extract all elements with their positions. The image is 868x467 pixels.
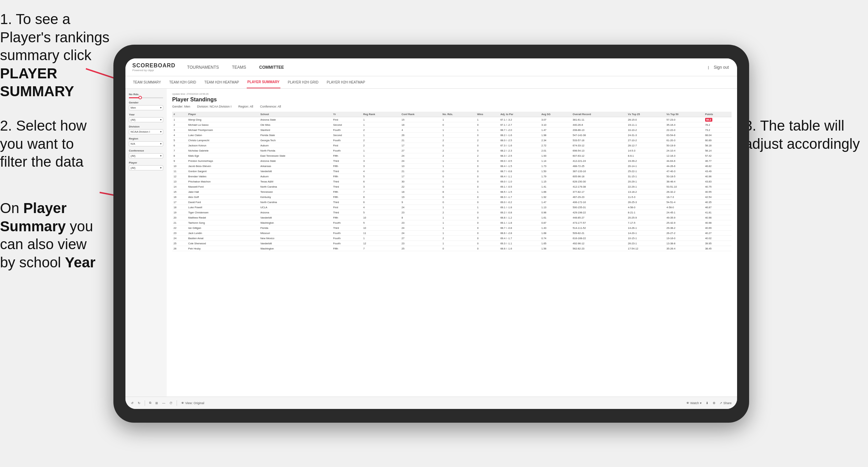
cell-player: Phichaksn Maichon	[187, 179, 259, 184]
cell-wins: 1	[476, 127, 499, 133]
cell-rank: 8	[172, 153, 187, 158]
cell-school: Vanderbilt	[259, 241, 332, 246]
division-select[interactable]: NCAA Division I ▾	[129, 129, 163, 134]
grid-button[interactable]: ⊞	[155, 401, 158, 405]
year-select[interactable]: (All) ▾	[129, 117, 163, 122]
nav-item-committee[interactable]: COMMITTEE	[258, 65, 285, 70]
cell-points: 40.75	[704, 184, 732, 189]
app-logo-sub: Powered by clippi	[132, 69, 176, 72]
cell-record: 492-96-12	[571, 241, 627, 246]
view-original-button[interactable]: 👁 View: Original	[181, 401, 204, 405]
dash-button[interactable]: —	[162, 401, 165, 405]
col-adj: Adj. to Par	[499, 112, 540, 117]
cell-rank: 12	[172, 174, 187, 179]
cell-wins: 0	[476, 184, 499, 189]
cell-no-rds: 0	[441, 200, 476, 205]
cell-player: Michael Thorbjornsen	[187, 127, 259, 133]
cell-avg-sg: 1.56	[540, 246, 571, 251]
clock-button[interactable]: ⏱	[169, 401, 173, 405]
cell-conf-rank: 15	[400, 117, 441, 122]
cell-school: New Mexico	[259, 236, 332, 241]
cell-adj: 68.2 / -1.6	[499, 133, 540, 138]
cell-points: 38.45	[704, 246, 732, 251]
sub-nav-team-h2h-heatmap[interactable]: TEAM H2H HEATMAP	[204, 76, 240, 88]
cell-player: Nicholas Gabriele	[187, 148, 259, 153]
cell-vt50: 18-7-3	[665, 194, 704, 200]
redo-button[interactable]: ↻	[138, 401, 141, 405]
cell-player: Maxwell Ford	[187, 184, 259, 189]
cell-no-rds: 0	[441, 246, 476, 251]
cell-points: 58.18	[704, 143, 732, 148]
cell-points: 43.49	[704, 169, 732, 174]
cell-record: 533-57-16	[571, 138, 627, 143]
cell-adj: 68.7 / -0.8	[499, 225, 540, 231]
table-row: 19 Tiger Christensen Arizona Third 5 23 …	[172, 210, 732, 215]
cell-adj: 68.4 / -1.5	[499, 164, 540, 169]
sub-nav-player-h2h-grid[interactable]: PLAYER H2H GRID	[287, 76, 319, 88]
cell-points: 88.2	[704, 117, 732, 122]
cell-conf-rank: 27	[400, 148, 441, 153]
sub-nav-team-summary[interactable]: TEAM SUMMARY	[132, 76, 162, 88]
cell-adj: 68.0 / -2.5	[499, 138, 540, 143]
conference-select[interactable]: (All) ▾	[129, 153, 163, 158]
cell-player: Taehonn Song	[187, 220, 259, 225]
nav-item-teams[interactable]: TEAMS	[231, 65, 247, 70]
cell-rank: 22	[172, 225, 187, 231]
cell-rank: 14	[172, 184, 187, 189]
cell-vt25: 26-23-1	[626, 241, 665, 246]
division-value: NCAA Division I	[131, 130, 150, 133]
cell-reg-rank: 3	[362, 184, 400, 189]
cell-reg-rank: 5	[362, 210, 400, 215]
cell-wins: 0	[476, 148, 499, 153]
cell-yr: Fourth	[332, 231, 362, 236]
nav-item-tournaments[interactable]: TOURNAMENTS	[186, 65, 220, 70]
cell-points: 40.98	[704, 215, 732, 220]
share-button[interactable]: ↗ Share	[720, 401, 732, 405]
cell-wins: 0	[476, 164, 499, 169]
settings-button[interactable]: ⚙	[713, 401, 715, 405]
cell-no-rds: 1	[441, 225, 476, 231]
table-row: 13 Phichaksn Maichon Texas A&M Third 6 3…	[172, 179, 732, 184]
cell-rank: 4	[172, 133, 187, 138]
cell-player: Michael La Sasso	[187, 122, 259, 127]
col-school: School	[259, 112, 332, 117]
player-select[interactable]: (All) ▾	[129, 165, 163, 170]
cell-vt50: 63-54-6	[665, 133, 704, 138]
player-chevron: ▾	[160, 166, 162, 169]
sub-nav-player-summary[interactable]: PLAYER SUMMARY	[247, 76, 280, 88]
table-row: 24 Bastien Amat New Mexico Fourth 1 27 2…	[172, 236, 732, 241]
download-button[interactable]: ⬇	[706, 401, 709, 405]
cell-yr: Fourth	[332, 148, 362, 153]
cell-player: Jacob Bess-Stieven	[187, 164, 259, 169]
cell-record: 429-198-22	[571, 210, 627, 215]
cell-school: Vanderbilt	[259, 215, 332, 220]
cell-conf-rank: 22	[400, 184, 441, 189]
cell-reg-rank: 7	[362, 246, 400, 251]
region-select[interactable]: N/A ▾	[129, 141, 163, 146]
sign-out-button[interactable]: Sign out	[712, 65, 730, 70]
cell-points: 68.04	[704, 133, 732, 138]
sub-nav-team-h2h-grid[interactable]: TEAM H2H GRID	[169, 76, 197, 88]
cell-vt25: 20-29-1	[626, 179, 665, 184]
cell-school: Auburn	[259, 174, 332, 179]
cell-adj: 68.3 / -1.7	[499, 194, 540, 200]
sub-nav-player-h2h-heatmap[interactable]: PLAYER H2H HEATMAP	[326, 76, 366, 88]
gender-select[interactable]: Men ▾	[129, 105, 163, 110]
undo-button[interactable]: ↺	[131, 401, 134, 405]
cell-adj: 68.7 / -0.8	[499, 169, 540, 174]
no-rds-slider[interactable]	[129, 97, 163, 98]
copy-button[interactable]: ⧉	[149, 401, 151, 405]
cell-rank: 1	[172, 117, 187, 122]
col-reg-rank: Reg Rank	[362, 112, 400, 117]
cell-reg-rank: 3	[362, 164, 400, 169]
cell-vt25: 14-5-3	[626, 148, 665, 153]
cell-record: 440-26-6	[571, 122, 627, 127]
watch-button[interactable]: 👁 Watch ▾	[686, 401, 702, 405]
cell-wins: 0	[476, 158, 499, 164]
cell-no-rds: 1	[441, 117, 476, 122]
cell-adj: 67.1 / -2.7	[499, 122, 540, 127]
cell-avg-sg: 1.14	[540, 158, 571, 164]
cell-conf-rank: 19	[400, 194, 441, 200]
annotation-2-text: 2. Select how you want to filter the dat…	[0, 117, 103, 171]
cell-wins: 1	[476, 205, 499, 210]
